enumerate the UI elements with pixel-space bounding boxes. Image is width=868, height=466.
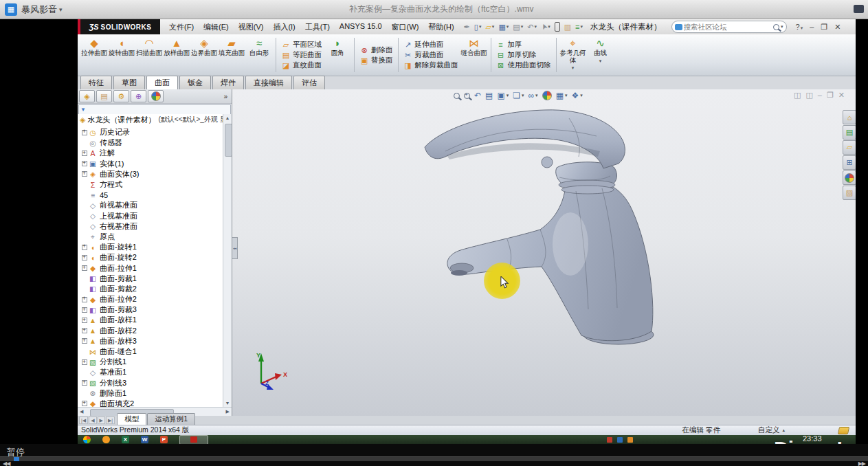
graphics-viewport[interactable]: ↶ ▤ ▣ ▾ bbox=[232, 89, 856, 416]
chevron-down-icon[interactable]: ▾ bbox=[801, 25, 803, 30]
panel-overflow-chevron[interactable]: » bbox=[223, 93, 227, 100]
toolbar-button[interactable]: ▱ 平面区域 bbox=[279, 40, 324, 49]
tab-features[interactable]: 特征 bbox=[80, 76, 112, 89]
property-manager-tab[interactable]: ▤ bbox=[96, 90, 112, 102]
chevron-down-icon[interactable]: ▾ bbox=[522, 93, 524, 98]
chevron-down-icon[interactable]: ▾ bbox=[535, 93, 538, 98]
player-logo-icon[interactable]: ▦ bbox=[5, 3, 17, 16]
toolbar-button[interactable]: ∿ 曲线 ▾ bbox=[587, 36, 614, 74]
toolbar-button[interactable]: ◨ 解除剪裁曲面 bbox=[401, 60, 460, 70]
expand-toggle[interactable] bbox=[80, 130, 88, 135]
chevron-down-icon[interactable]: ▾ bbox=[59, 6, 63, 13]
scroll-left-icon[interactable]: ◀ bbox=[78, 409, 85, 414]
toolbar-button[interactable]: ▲ 放样曲面 bbox=[163, 36, 190, 74]
configuration-manager-tab[interactable]: ⚙ bbox=[113, 90, 129, 102]
tab-scroll-button[interactable]: ◀ bbox=[89, 417, 96, 424]
tree-vertical-scrollbar[interactable]: ▲ ▼ bbox=[223, 114, 232, 407]
file-explorer-icon[interactable]: ▱ bbox=[843, 140, 856, 155]
active-app-icon[interactable] bbox=[179, 435, 208, 444]
chevron-down-icon[interactable]: ▾ bbox=[781, 24, 783, 30]
search-input[interactable] bbox=[682, 22, 773, 32]
feature-manager-tab[interactable]: ◈ bbox=[79, 90, 95, 102]
menu-item[interactable]: 工具(T) bbox=[300, 20, 335, 34]
menu-item[interactable]: 视图(V) bbox=[234, 20, 269, 34]
previous-view-icon[interactable]: ↶ bbox=[474, 91, 481, 100]
toolbar-button[interactable]: ≈ 自由形 bbox=[245, 36, 273, 74]
tree-item[interactable]: ◆ 曲面-拉伸1 bbox=[78, 263, 223, 273]
toolbar-button[interactable]: ⊠ 使用曲面切除 bbox=[494, 60, 553, 70]
expand-toggle[interactable] bbox=[80, 401, 88, 406]
zoom-to-area-icon[interactable] bbox=[464, 93, 470, 99]
menu-item[interactable]: 插入(I) bbox=[268, 20, 300, 34]
file-properties-icon[interactable]: ▥ bbox=[563, 22, 572, 32]
menu-item[interactable]: 编辑(E) bbox=[199, 20, 234, 34]
toolbar-button[interactable]: ✂ 剪裁曲面 bbox=[401, 50, 460, 60]
toolbar-button[interactable]: ◖ 旋转曲面 bbox=[108, 36, 135, 74]
expand-toggle[interactable] bbox=[80, 245, 88, 250]
custom-dropdown[interactable]: 自定义 ▴ bbox=[758, 425, 785, 435]
new-file-icon[interactable]: ▯ ▾ bbox=[473, 22, 483, 32]
panel-splitter-handle[interactable]: ◂◂ bbox=[232, 237, 238, 259]
tree-item[interactable]: ◇ 上视基准面 bbox=[78, 211, 223, 221]
next-track-icon[interactable]: ▶▶ bbox=[858, 461, 865, 466]
tree-item[interactable]: ◷ 历史记录 bbox=[78, 127, 223, 137]
tree-item[interactable]: ≡ 45 bbox=[78, 190, 223, 200]
apply-scene-icon[interactable]: ▦ ▾ bbox=[556, 91, 568, 100]
tree-item[interactable]: ▧ 分割线3 bbox=[78, 378, 223, 388]
restore-icon[interactable]: ❐ bbox=[817, 23, 831, 32]
toolbar-button[interactable]: ↗ 延伸曲面 bbox=[401, 40, 460, 49]
model-tab[interactable]: 模型 bbox=[117, 413, 146, 425]
tab-direct-editing[interactable]: 直接编辑 bbox=[245, 76, 292, 89]
chevron-down-icon[interactable]: ▾ bbox=[581, 24, 583, 30]
scroll-up-icon[interactable]: ▲ bbox=[225, 114, 230, 122]
expand-toggle[interactable] bbox=[80, 297, 88, 302]
tree-item[interactable]: ▧ 分割线1 bbox=[78, 357, 223, 367]
word-icon[interactable]: W bbox=[141, 436, 148, 443]
toolbar-button[interactable]: ⌖ 参考几何体 ▾ bbox=[559, 36, 587, 74]
menu-item[interactable]: 窗口(W) bbox=[387, 20, 424, 34]
doc-minimize-icon[interactable]: – bbox=[818, 91, 822, 100]
scroll-right-icon[interactable]: ▶ bbox=[224, 409, 232, 414]
tree-item[interactable]: ◖ 曲面-旋转2 bbox=[78, 252, 223, 263]
chevron-down-icon[interactable]: ▾ bbox=[534, 24, 537, 30]
expand-toggle[interactable] bbox=[80, 328, 88, 333]
expand-toggle[interactable] bbox=[80, 171, 88, 177]
player-brand-menu[interactable]: 暴风影音 bbox=[21, 3, 57, 16]
menu-item[interactable]: 文件(F) bbox=[164, 20, 199, 34]
menu-item[interactable]: ANSYS 15.0 bbox=[335, 20, 387, 34]
chevron-down-icon[interactable]: ▾ bbox=[599, 58, 602, 64]
design-library-icon[interactable]: ▤ bbox=[843, 125, 856, 140]
expand-toggle[interactable] bbox=[80, 161, 88, 166]
seek-bar[interactable] bbox=[0, 456, 868, 461]
chevron-down-icon[interactable]: ▾ bbox=[565, 93, 568, 98]
appearances-scenes-icon[interactable] bbox=[843, 170, 856, 185]
seek-thumb[interactable] bbox=[14, 457, 19, 461]
tray-icon[interactable] bbox=[627, 437, 633, 443]
hide-show-items-icon[interactable]: ∞ ▾ bbox=[528, 91, 538, 100]
view-orientation-icon[interactable]: ▣ ▾ bbox=[497, 91, 509, 100]
pane-right-icon[interactable]: ◫ bbox=[805, 91, 812, 100]
tree-item[interactable]: A 注解 bbox=[78, 148, 223, 158]
undo-icon[interactable]: ↶ ▾ bbox=[526, 22, 538, 32]
expand-toggle[interactable] bbox=[80, 338, 88, 344]
chevron-down-icon[interactable]: ▾ bbox=[580, 93, 583, 98]
minimize-icon[interactable]: – bbox=[806, 23, 817, 31]
doc-close-icon[interactable]: ✕ bbox=[838, 91, 845, 100]
toolbar-button[interactable]: ⊟ 加厚切除 bbox=[494, 50, 553, 60]
toolbar-button[interactable]: ⊗ 删除面 bbox=[357, 45, 395, 55]
tree-item[interactable]: ◧ 曲面-剪裁3 bbox=[78, 304, 223, 315]
expand-toggle[interactable] bbox=[80, 265, 88, 271]
tree-item[interactable]: ◈ 曲面实体(3) bbox=[78, 169, 223, 179]
tree-root-item[interactable]: ◈ 水龙头（课件素材） (默认<<默认>_外观 显 bbox=[78, 114, 223, 125]
tree-item[interactable]: ◧ 曲面-剪裁2 bbox=[78, 284, 223, 294]
tree-item[interactable]: ⋈ 曲面-缝合1 bbox=[78, 346, 223, 357]
toolbar-button[interactable]: ▤ 等距曲面 bbox=[279, 50, 324, 60]
select-cursor-icon[interactable]: ➤ ▾ bbox=[539, 22, 552, 32]
expand-toggle[interactable] bbox=[80, 151, 88, 156]
tree-item[interactable]: ▣ 实体(1) bbox=[78, 159, 223, 169]
chevron-down-icon[interactable]: ▾ bbox=[507, 93, 509, 98]
tray-icon[interactable] bbox=[607, 437, 612, 443]
save-icon[interactable]: ▦ ▾ bbox=[497, 22, 510, 32]
tree-item[interactable]: ◇ 右视基准面 bbox=[78, 221, 223, 232]
tree-item[interactable]: ▲ 曲面-放样2 bbox=[78, 326, 223, 336]
